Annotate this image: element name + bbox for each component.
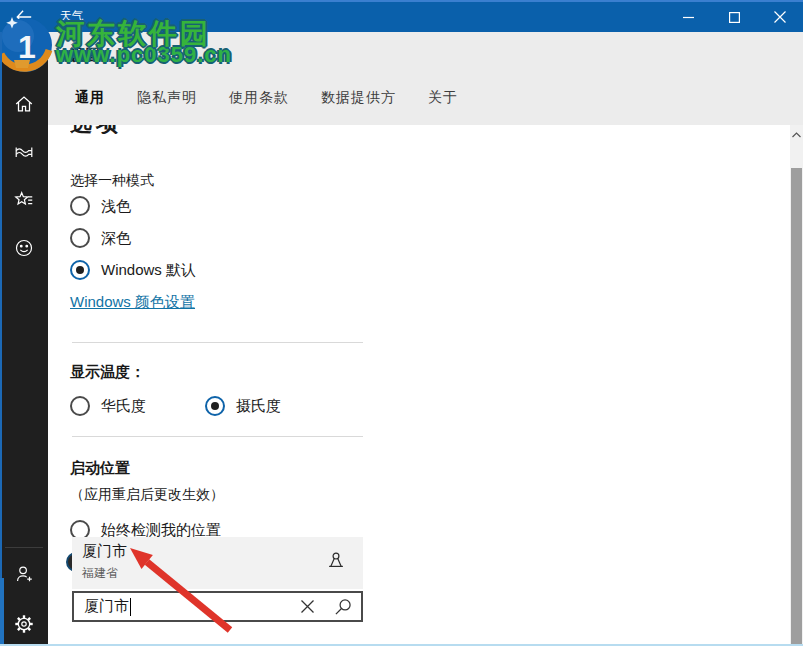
section-divider — [72, 436, 363, 437]
window-left-edge-bottom — [0, 578, 4, 646]
person-add-icon — [13, 563, 35, 585]
tab-general[interactable]: 通用 — [75, 89, 105, 107]
settings-tabs: 通用 隐私声明 使用条款 数据提供方 关于 — [75, 89, 458, 107]
close-button[interactable] — [757, 2, 803, 32]
waves-chart-icon — [13, 141, 35, 163]
window-controls — [665, 2, 803, 32]
close-icon — [774, 11, 786, 23]
radio-circle — [70, 228, 90, 248]
radio-circle-checked — [70, 260, 90, 280]
back-arrow-icon — [15, 8, 33, 26]
windows-color-settings-link[interactable]: Windows 颜色设置 — [70, 293, 195, 312]
maximize-icon — [729, 12, 740, 23]
mode-section-label: 选择一种模式 — [70, 172, 154, 190]
star-list-icon — [13, 189, 35, 211]
restart-note: （应用重启后更改生效） — [70, 486, 224, 504]
suggestion-province: 福建省 — [82, 565, 118, 582]
tab-terms-of-use[interactable]: 使用条款 — [229, 89, 289, 107]
titlebar: 天气 — [0, 0, 803, 32]
vertical-scrollbar[interactable] — [790, 125, 803, 646]
settings-content: 选项 选择一种模式 浅色 深色 Windows 默认 Windows 颜色设置 … — [48, 125, 790, 646]
tab-data-providers[interactable]: 数据提供方 — [321, 89, 396, 107]
window-left-edge — [0, 32, 2, 646]
tab-privacy-statement[interactable]: 隐私声明 — [137, 89, 197, 107]
radio-light-mode[interactable]: 浅色 — [70, 196, 131, 216]
page-title: 设置 — [70, 46, 100, 65]
minimize-icon — [683, 12, 694, 23]
maximize-button[interactable] — [711, 2, 757, 32]
location-search-input[interactable]: 厦门市 — [74, 597, 289, 616]
location-suggestion-item[interactable]: 厦门市 福建省 — [72, 537, 363, 589]
temperature-section-label: 显示温度： — [70, 363, 145, 382]
tab-about[interactable]: 关于 — [428, 89, 458, 107]
sidebar-divider — [5, 547, 43, 548]
section-divider — [72, 342, 363, 343]
sidebar-item-places[interactable] — [0, 180, 48, 220]
radio-circle-checked — [205, 396, 225, 416]
smiley-icon — [13, 237, 35, 259]
home-icon — [13, 93, 35, 115]
back-button[interactable] — [0, 2, 48, 32]
search-magnifier-icon — [333, 597, 353, 617]
radio-windows-default-mode[interactable]: Windows 默认 — [70, 260, 196, 280]
radio-dark-mode[interactable]: 深色 — [70, 228, 131, 248]
radio-fahrenheit[interactable]: 华氏度 — [70, 396, 146, 416]
location-search-box: 厦门市 — [72, 591, 363, 622]
scroll-up-arrow[interactable] — [790, 129, 803, 141]
settings-header: 设置 通用 隐私声明 使用条款 数据提供方 关于 — [48, 32, 803, 125]
clipped-section-heading: 选项 — [70, 125, 190, 134]
suggestion-city: 厦门市 — [82, 542, 127, 561]
radio-celsius[interactable]: 摄氏度 — [205, 396, 281, 416]
nav-sidebar — [0, 32, 48, 646]
launch-location-label: 启动位置 — [70, 459, 130, 478]
window-title: 天气 — [60, 8, 84, 25]
text-caret — [130, 598, 131, 616]
radio-circle — [70, 396, 90, 416]
gear-icon — [13, 613, 35, 635]
scrollbar-thumb[interactable] — [791, 168, 802, 646]
minimize-button[interactable] — [665, 2, 711, 32]
clear-x-icon — [299, 598, 316, 615]
radio-circle — [70, 196, 90, 216]
sidebar-item-historical-weather[interactable] — [0, 132, 48, 172]
sidebar-item-settings[interactable] — [0, 604, 48, 644]
map-pin-icon — [325, 550, 347, 574]
clear-search-button[interactable] — [289, 593, 325, 620]
sidebar-item-feedback[interactable] — [0, 228, 48, 268]
weather-app-window: 天气 — [0, 0, 803, 646]
search-button[interactable] — [325, 593, 361, 620]
sidebar-item-home[interactable] — [0, 84, 48, 124]
sidebar-item-signin[interactable] — [0, 554, 48, 594]
